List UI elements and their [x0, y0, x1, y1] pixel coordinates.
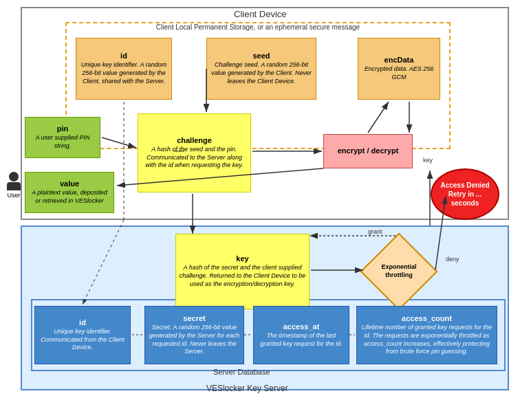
- key-server-box: key A hash of the secret and the client …: [175, 234, 310, 309]
- enc-data-box: encData Encrypted data. AES 256 GCM: [358, 38, 440, 100]
- enc-data-desc: Encrypted data. AES 256 GCM: [361, 65, 437, 81]
- key-server-desc: A hash of the secret and the client supp…: [179, 264, 306, 288]
- id-server-title: id: [79, 318, 86, 327]
- key-server-title: key: [236, 254, 248, 263]
- seed-desc: Challenge seed. A random 256-bit value g…: [210, 61, 313, 85]
- id-server-box: id Unique key identifier. Communicated f…: [34, 306, 131, 364]
- throttling-text: Exponential throttling: [373, 263, 425, 279]
- grant-label: grant: [368, 228, 382, 235]
- storage-label: Client Local Permanent Storage, or an ep…: [69, 23, 447, 31]
- secret-title: secret: [183, 314, 205, 322]
- id-client-desc: Unique key identifier. A random 256-bit …: [79, 61, 169, 85]
- access-denied-badge: Access Denied Retry in ... seconds: [431, 168, 499, 220]
- encrypt-decrypt-title: encrypt / decrypt: [338, 146, 399, 155]
- value-desc: A plaintext value, deposited or retrieve…: [28, 189, 111, 205]
- server-db-label: Server Database: [213, 368, 270, 376]
- challenge-title: challenge: [177, 136, 212, 144]
- secret-desc: Secret. A random 256-bit value generated…: [148, 324, 241, 356]
- throttling-container: Exponential throttling: [365, 237, 433, 306]
- access-denied-line1: Access Denied: [435, 181, 495, 190]
- secret-box: secret Secret. A random 256-bit value ge…: [144, 306, 244, 364]
- diagram: Client Device Client Local Permanent Sto…: [0, 0, 520, 420]
- pin-desc: A user supplied PIN string.: [28, 134, 97, 150]
- value-box: value A plaintext value, deposited or re…: [25, 172, 114, 213]
- user-head: [9, 172, 19, 181]
- pin-box: pin A user supplied PIN string.: [25, 117, 100, 158]
- deny-label: deny: [446, 256, 459, 263]
- pin-title: pin: [57, 124, 69, 133]
- client-device-label: Client Device: [234, 9, 287, 19]
- seed-title: seed: [252, 52, 270, 60]
- encrypt-decrypt-box: encrypt / decrypt: [323, 134, 413, 168]
- id-client-title: id: [120, 52, 127, 60]
- challenge-box: challenge A hash of the seed and the pin…: [138, 113, 251, 192]
- challenge-desc: A hash of the seed and the pin. Communic…: [141, 146, 248, 170]
- user-body: [7, 182, 21, 190]
- access-count-box: access_count Lifetime number of granted …: [356, 306, 497, 364]
- access-at-box: access_at The timestamp of the last gran…: [253, 306, 349, 364]
- access-count-desc: Lifetime number of granted key requests …: [360, 324, 494, 356]
- seed-box: seed Challenge seed. A random 256-bit va…: [206, 38, 316, 100]
- id-client-box: id Unique key identifier. A random 256-b…: [76, 38, 172, 100]
- access-denied-line2: Retry in ... seconds: [435, 190, 495, 208]
- access-at-title: access_at: [283, 322, 320, 331]
- key-arrow-label: key: [423, 157, 433, 164]
- enc-data-title: encData: [384, 56, 414, 64]
- access-at-desc: The timestamp of the last granted key re…: [257, 332, 346, 348]
- user-icon: User: [7, 172, 21, 199]
- value-title: value: [60, 179, 79, 188]
- access-count-title: access_count: [402, 314, 452, 322]
- id-server-desc: Unique key identifier. Communicated from…: [38, 328, 127, 352]
- user-label: User: [7, 192, 20, 199]
- veslocker-label: VESlocker Key Server: [206, 384, 288, 393]
